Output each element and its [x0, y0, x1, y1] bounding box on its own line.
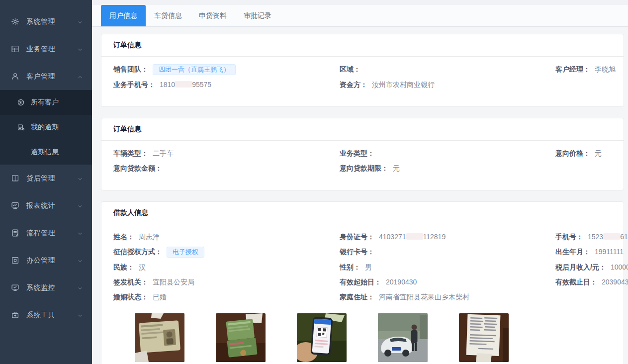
chevron-down-icon [77, 176, 83, 182]
sidebar-item-label: 流程管理 [26, 229, 77, 238]
sidebar-item-1[interactable]: 业务管理 [0, 35, 92, 63]
sidebar-subitem-2-2[interactable]: 逾期信息 [0, 140, 92, 165]
field-value: 二手车 [153, 149, 174, 157]
chevron-down-icon [77, 312, 83, 318]
phone-credit-auth-photo[interactable]: 征信授权 [297, 313, 347, 364]
tools-icon [11, 311, 19, 319]
phone-credit-auth-photo-thumbnail[interactable] [297, 313, 347, 362]
field-label: 出生年月： [555, 248, 590, 256]
sidebar-item-label: 报表统计 [26, 201, 77, 210]
info-field: 有效起始日：20190430 [340, 277, 555, 287]
person-car-photo-thumbnail[interactable] [378, 313, 428, 362]
office-icon [11, 256, 19, 265]
card-2: 借款人信息姓名：周志洋身份证号：4103271112819手机号：1523613… [101, 201, 624, 364]
field-value: 宜阳县公安局 [153, 278, 194, 286]
field-tag: 四团一营（直属王鹏飞） [153, 64, 236, 75]
info-field: 业务类型： [340, 148, 555, 159]
sidebar-item-5[interactable]: 流程管理 [0, 219, 92, 247]
tab-1[interactable]: 车贷信息 [146, 5, 190, 26]
masked-segment [175, 81, 192, 88]
info-field: 手机号：15236137 [555, 232, 628, 242]
sidebar-subitem-label: 逾期信息 [31, 148, 59, 157]
grid-icon [11, 45, 19, 53]
handwritten-doc-photo-thumbnail[interactable] [459, 313, 509, 362]
field-label: 资金方： [340, 81, 367, 89]
masked-segment [603, 233, 620, 240]
card-body: 销售团队：四团一营（直属王鹏飞）区域：客户经理：李晓旭业务手机号：1810955… [101, 57, 624, 106]
field-row: 签发机关：宜阳县公安局有效起始日：20190430有效截止日：20390430 [113, 277, 612, 287]
id-card-photo-thumbnail[interactable] [135, 313, 184, 362]
field-label: 业务手机号： [113, 81, 155, 89]
photo-strip: 身份证驾驶证照片征信授权人车合影材料照片 [113, 307, 612, 364]
sidebar-item-label: 业务管理 [26, 45, 77, 54]
chevron-down-icon [77, 203, 83, 209]
field-value-suffix: 112819 [423, 233, 446, 241]
postloan-icon [11, 174, 19, 182]
card-title: 借款人信息 [101, 202, 624, 224]
sidebar-item-7[interactable]: 系统监控 [0, 274, 92, 301]
field-value: 河南省宜阳县花果山乡木柴村 [379, 293, 469, 301]
info-field: 性别：男 [340, 262, 555, 273]
process-icon [11, 229, 19, 237]
field-row: 意向贷款金额：意向贷款期限：元 [113, 163, 612, 174]
field-value: 汉 [139, 263, 146, 271]
all-clients-icon [17, 98, 25, 106]
field-label: 性别： [340, 263, 360, 271]
info-field: 意向贷款期限：元 [340, 163, 555, 174]
chevron-down-icon [77, 285, 83, 291]
chevron-up-icon [77, 74, 83, 80]
info-field: 资金方：汝州市农村商业银行 [340, 80, 555, 90]
info-field: 身份证号：4103271112819 [340, 232, 555, 242]
card-body: 车辆类型：二手车业务类型：意向价格：元意向贷款金额：意向贷款期限：元 [101, 141, 624, 190]
sidebar-item-3[interactable]: 贷后管理 [0, 165, 92, 192]
sidebar-subitem-2-1[interactable]: 我的逾期 [0, 115, 92, 140]
monitor-icon [11, 283, 19, 292]
license-booklet-photo-thumbnail[interactable] [216, 313, 266, 362]
chevron-down-icon [77, 46, 83, 52]
field-value-suffix: 95575 [192, 81, 211, 89]
sidebar-subitem-2-0[interactable]: 所有客户 [0, 90, 92, 115]
tab-0[interactable]: 用户信息 [101, 5, 146, 26]
info-field: 客户经理：李晓旭 [555, 64, 616, 75]
sidebar-item-2[interactable]: 客户管理 [0, 63, 92, 90]
info-field: 有效截止日：20390430 [555, 277, 628, 287]
field-value: 元 [595, 149, 602, 157]
tab-3[interactable]: 审批记录 [235, 5, 280, 26]
tab-bar: 用户信息车贷信息申贷资料审批记录 [92, 5, 628, 27]
field-label: 姓名： [113, 233, 134, 241]
sidebar-item-label: 系统监控 [26, 283, 77, 292]
sidebar-subitem-label: 我的逾期 [31, 123, 59, 132]
info-field: 业务手机号：181095575 [113, 80, 340, 90]
license-booklet-photo[interactable]: 驾驶证照片 [216, 313, 266, 364]
sidebar-item-0[interactable]: 系统管理 [0, 8, 92, 35]
field-value: 周志洋 [139, 233, 160, 241]
sidebar-item-8[interactable]: 系统工具 [0, 301, 92, 329]
person-car-photo[interactable]: 人车合影 [378, 313, 428, 364]
field-label: 有效起始日： [340, 278, 381, 286]
field-value-prefix: 1810 [160, 81, 175, 89]
sidebar-item-4[interactable]: 报表统计 [0, 192, 92, 219]
info-field: 征信授权方式：电子授权 [113, 247, 340, 258]
info-field: 签发机关：宜阳县公安局 [113, 277, 340, 287]
info-field: 民族：汉 [113, 262, 340, 273]
sidebar: 系统管理业务管理客户管理所有客户我的逾期逾期信息贷后管理报表统计流程管理办公管理… [0, 0, 92, 364]
field-row: 业务手机号：181095575资金方：汝州市农村商业银行 [113, 80, 612, 90]
user-icon [11, 72, 19, 81]
card-body: 姓名：周志洋身份证号：4103271112819手机号：15236137征信授权… [101, 224, 624, 364]
sidebar-submenu: 所有客户我的逾期逾期信息 [0, 90, 92, 165]
card-title: 订单信息 [101, 34, 624, 57]
id-card-photo[interactable]: 身份证 [135, 313, 184, 364]
sidebar-item-6[interactable]: 办公管理 [0, 247, 92, 274]
field-value: 20390430 [602, 278, 628, 286]
sidebar-subitem-label: 所有客户 [31, 98, 59, 107]
handwritten-doc-photo[interactable]: 材料照片 [459, 313, 509, 364]
info-field: 销售团队：四团一营（直属王鹏飞） [113, 64, 340, 75]
info-field: 车辆类型：二手车 [113, 148, 340, 159]
field-label: 税后月收入/元： [555, 263, 606, 271]
info-field: 意向价格：元 [555, 148, 612, 159]
field-label: 业务类型： [340, 149, 374, 157]
field-value: 20190430 [386, 278, 417, 286]
field-value: 男 [365, 263, 372, 271]
tab-2[interactable]: 申贷资料 [190, 5, 235, 26]
field-label: 销售团队： [113, 65, 148, 73]
